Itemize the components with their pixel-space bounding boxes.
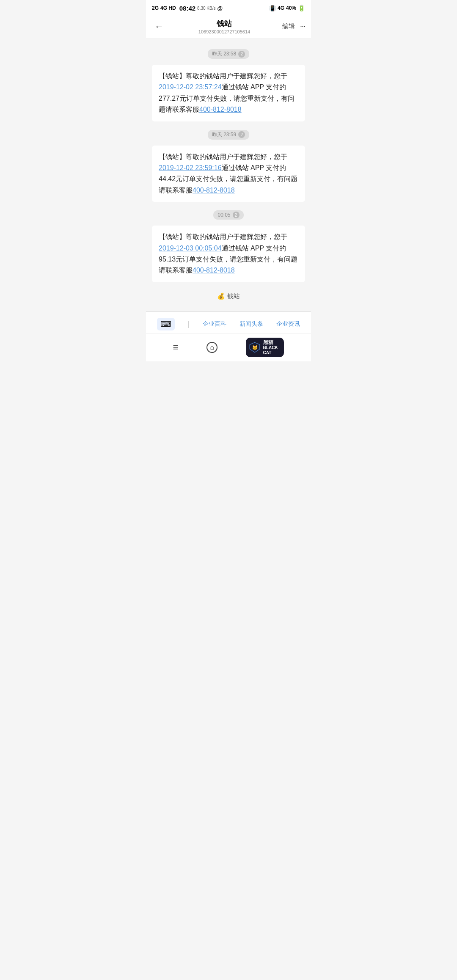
msg3-phone[interactable]: 400-812-8018: [193, 267, 235, 274]
msg2-phone[interactable]: 400-812-8018: [193, 187, 235, 194]
vibrate-icon: 📳: [269, 5, 276, 11]
menu-icon[interactable]: ≡: [173, 342, 179, 353]
msg3-link[interactable]: 2019-12-03 00:05:04: [159, 245, 222, 252]
network-4g: 4G: [278, 5, 284, 11]
nav-center: 钱站 10692300012727105614: [166, 19, 282, 34]
carrier2: 4G HD: [160, 5, 176, 11]
timestamp-row-3: 00:05 2: [146, 210, 311, 220]
edit-button[interactable]: 编辑: [282, 22, 295, 30]
carrier1: 2G: [152, 5, 159, 11]
nav-bar: ← 钱站 10692300012727105614 编辑 ···: [146, 15, 311, 39]
badge-count-3: 2: [233, 212, 240, 218]
divider-1: |: [188, 319, 190, 328]
battery-level: 40%: [286, 5, 296, 11]
status-left: 2G 4G HD 08:42 8.30 KB/s @: [152, 5, 223, 12]
message-2-wrapper: 【钱站】尊敬的钱站用户于建辉您好，您于2019-12-02 23:59:16通过…: [146, 143, 311, 205]
time: 08:42: [179, 5, 195, 12]
timestamp-row-2: 昨天 23:59 2: [146, 130, 311, 140]
timestamp-3: 00:05: [217, 212, 230, 218]
home-bar: ≡ ⌂ 🐱 黑猫 BLACK CAT: [146, 333, 311, 360]
link-enterprise-info[interactable]: 企业资讯: [276, 320, 300, 328]
link-news[interactable]: 新闻头条: [240, 320, 263, 328]
status-bar: 2G 4G HD 08:42 8.30 KB/s @ 📳 4G 40% 🔋: [146, 0, 311, 15]
message-3-wrapper: 【钱站】尊敬的钱站用户于建辉您好，您于2019-12-03 00:05:04通过…: [146, 223, 311, 285]
sender-label: 💰 钱站: [146, 292, 311, 300]
msg2-pre: 【钱站】尊敬的钱站用户于建辉您好，您于: [159, 153, 287, 160]
nav-subtitle: 10692300012727105614: [166, 29, 282, 34]
home-button[interactable]: ⌂: [206, 342, 217, 353]
nav-right: 编辑 ···: [282, 22, 305, 31]
more-button[interactable]: ···: [300, 22, 305, 31]
cat-brand-text: 黑猫 BLACK CAT: [263, 339, 281, 355]
status-right: 📳 4G 40% 🔋: [269, 5, 305, 11]
message-bubble-1: 【钱站】尊敬的钱站用户于建辉您好，您于2019-12-02 23:57:24通过…: [152, 65, 305, 121]
msg1-link[interactable]: 2019-12-02 23:57:24: [159, 83, 222, 91]
timestamp-row-1: 昨天 23:58 2: [146, 49, 311, 59]
badge-count-2: 2: [238, 131, 245, 138]
msg3-pre: 【钱站】尊敬的钱站用户于建辉您好，您于: [159, 233, 287, 240]
nav-title: 钱站: [166, 19, 282, 29]
msg1-pre: 【钱站】尊敬的钱站用户于建辉您好，您于: [159, 72, 287, 80]
message-bubble-2: 【钱站】尊敬的钱站用户于建辉您好，您于2019-12-02 23:59:16通过…: [152, 146, 305, 202]
message-bubble-3: 【钱站】尊敬的钱站用户于建辉您好，您于2019-12-03 00:05:04通过…: [152, 226, 305, 282]
speed: 8.30 KB/s: [197, 6, 215, 11]
chat-area: 昨天 23:58 2 【钱站】尊敬的钱站用户于建辉您好，您于2019-12-02…: [146, 39, 311, 311]
badge-count-1: 2: [238, 51, 245, 58]
black-cat-logo[interactable]: 🐱 黑猫 BLACK CAT: [246, 338, 284, 357]
home-icon: ⌂: [210, 344, 215, 351]
link-enterprise-wiki[interactable]: 企业百科: [203, 320, 226, 328]
bottom-links: ⌨ | 企业百科 新闻头条 企业资讯: [146, 315, 311, 333]
msg2-link[interactable]: 2019-12-02 23:59:16: [159, 164, 222, 171]
timestamp-2: 昨天 23:59: [212, 131, 236, 138]
battery-icon: 🔋: [298, 5, 305, 11]
at-icon: @: [217, 5, 223, 11]
message-1-wrapper: 【钱站】尊敬的钱站用户于建辉您好，您于2019-12-02 23:57:24通过…: [146, 62, 311, 124]
bottom-bar: ⌨ | 企业百科 新闻头条 企业资讯 ≡ ⌂ 🐱 黑猫 BLACK CAT: [146, 311, 311, 361]
back-button[interactable]: ←: [152, 21, 166, 32]
cat-shield-icon: 🐱: [249, 340, 260, 355]
svg-text:🐱: 🐱: [252, 345, 258, 350]
keyboard-icon[interactable]: ⌨: [157, 318, 175, 330]
msg1-phone[interactable]: 400-812-8018: [199, 106, 242, 113]
timestamp-1: 昨天 23:58: [212, 50, 236, 58]
